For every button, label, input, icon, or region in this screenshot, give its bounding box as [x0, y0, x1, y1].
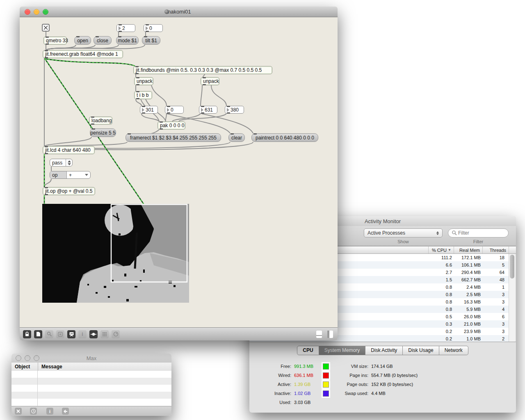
- console-column-headers: Object Message: [11, 363, 171, 371]
- new-object-icon[interactable]: [34, 330, 42, 338]
- am-tabs: CPUSystem MemoryDisk ActivityDisk UsageN…: [249, 346, 516, 355]
- tab-system-memory[interactable]: System Memory: [319, 346, 366, 355]
- clock-icon[interactable]: [30, 408, 37, 415]
- popup-stepper-icon: [436, 231, 439, 235]
- message-clear[interactable]: clear: [228, 133, 245, 142]
- object-loadbang[interactable]: loadbang: [89, 116, 112, 125]
- process-table-scrollbar[interactable]: [509, 254, 515, 342]
- memory-stat-row: Inactive:1.02 GB: [249, 389, 329, 398]
- scrollbar-thumb[interactable]: [510, 255, 514, 278]
- tab-network[interactable]: Network: [439, 346, 468, 355]
- system-stats-panel: CPUSystem MemoryDisk ActivityDisk UsageN…: [249, 342, 516, 413]
- column-header-message[interactable]: Message: [38, 363, 171, 371]
- patcher-toolbar: i: [20, 327, 338, 340]
- toggle-box[interactable]: [42, 24, 50, 32]
- number-box-x1[interactable]: 301: [140, 106, 158, 114]
- column-divider: [37, 371, 38, 406]
- filter-input[interactable]: [457, 230, 500, 236]
- object-jit-op[interactable]: jit.op @op + @val 0.5: [43, 187, 95, 195]
- info-icon[interactable]: i: [78, 330, 87, 338]
- back-arrow-icon[interactable]: [62, 408, 69, 415]
- memory-stat-row: Wired:636.1 MB: [249, 371, 329, 380]
- tab-disk-activity[interactable]: Disk Activity: [365, 346, 403, 355]
- column-header-cpu[interactable]: % CPU ▼: [428, 247, 454, 253]
- vm-stat-row: Swap used:4.4 MB: [326, 389, 418, 398]
- patcher-window: makomi01: [20, 7, 338, 340]
- message-framerect[interactable]: framerect $1 $2 $3 $4 255 255 255 255: [126, 133, 221, 142]
- dial-icon[interactable]: [112, 330, 120, 338]
- patcher-titlebar[interactable]: makomi01: [20, 7, 338, 17]
- memory-stat-row: Free:991.3 MB: [249, 362, 329, 371]
- info-icon[interactable]: i: [46, 408, 53, 415]
- am-memory-stats: Free:991.3 MBWired:636.1 MBActive:1.39 G…: [249, 362, 329, 407]
- split-view-icon[interactable]: [315, 330, 323, 338]
- column-header-object[interactable]: Object: [11, 364, 38, 370]
- op-menu[interactable]: op +: [50, 171, 91, 179]
- vm-stat-row: Page outs:152 KB (0 bytes/sec): [326, 380, 418, 389]
- clear-console-icon[interactable]: [15, 408, 22, 415]
- toggle-x-icon: [43, 25, 48, 30]
- number-box-mode[interactable]: 2: [116, 24, 135, 32]
- depth-video-preview[interactable]: [42, 204, 189, 303]
- object-unpack-1[interactable]: unpack: [134, 77, 153, 85]
- filter-label: Filter: [458, 239, 499, 244]
- object-jit-findbounds[interactable]: jit.findbounds @min 0.5. 0.3 0.3 0.3 @ma…: [133, 66, 272, 74]
- patcher-document-icon: [164, 9, 169, 14]
- object-unpack-2[interactable]: unpack: [201, 77, 219, 85]
- filter-search-field[interactable]: [448, 228, 509, 237]
- object-qmetro[interactable]: qmetro 33: [43, 37, 67, 45]
- object-jit-lcd[interactable]: jit.lcd 4 char 640 480: [43, 146, 95, 154]
- column-header-realmem[interactable]: Real Mem: [454, 247, 482, 253]
- menu-stepper-icon: [66, 159, 72, 166]
- pass-menu[interactable]: pass: [50, 159, 73, 167]
- memory-stat-row: Used:3.03 GB: [249, 398, 329, 407]
- stars-layer-2: [0, 0, 1, 1]
- max-console-window: Max Object Message i: [11, 354, 171, 416]
- console-toolbar: i: [11, 406, 171, 416]
- number-box-tilt[interactable]: 0: [144, 24, 163, 32]
- lock-icon[interactable]: [23, 330, 31, 338]
- search-icon: [452, 230, 457, 236]
- message-paintrect[interactable]: paintrect 0 0 640 480 0 0 0: [251, 133, 318, 142]
- sidebar-view-icon[interactable]: [326, 330, 334, 338]
- number-box-y2[interactable]: 380: [225, 106, 244, 114]
- message-mode[interactable]: mode $1: [116, 36, 139, 45]
- object-jit-freenect-grab[interactable]: jit.freenect.grab float64 @mode 1: [43, 50, 123, 58]
- console-message-area[interactable]: [11, 371, 171, 406]
- show-popup[interactable]: Active Processes: [364, 228, 443, 237]
- max-console-titlebar[interactable]: Max: [11, 354, 171, 363]
- tab-cpu[interactable]: CPU: [297, 346, 319, 355]
- dropdown-arrow-icon: [85, 174, 88, 176]
- presentation-icon[interactable]: [67, 330, 75, 338]
- am-vm-stats: VM size:174.14 GBPage ins:554.7 MB (0 by…: [326, 362, 418, 398]
- number-box-x2[interactable]: 631: [199, 106, 217, 114]
- patcher-title: makomi01: [20, 9, 338, 15]
- patchcord-icon[interactable]: [89, 330, 98, 338]
- show-label: Show: [383, 239, 424, 244]
- message-open[interactable]: open: [74, 36, 91, 45]
- vm-stat-row: VM size:174.14 GB: [326, 362, 418, 371]
- message-close[interactable]: close: [94, 36, 112, 45]
- object-trigger[interactable]: t i b b: [134, 91, 152, 99]
- message-tilt[interactable]: tilt $1: [142, 36, 160, 45]
- magnify-icon[interactable]: [45, 330, 53, 338]
- show-popup-value: Active Processes: [368, 230, 405, 236]
- column-header-threads[interactable]: Threads: [482, 247, 509, 253]
- xbox-icon[interactable]: [56, 330, 64, 338]
- grid-icon[interactable]: [100, 330, 109, 338]
- patcher-canvas[interactable]: 2 0 qmetro 33 open close mode $1 tilt $1…: [20, 17, 338, 327]
- number-box-y1[interactable]: 0: [165, 106, 184, 114]
- tab-disk-usage[interactable]: Disk Usage: [403, 346, 439, 355]
- message-pensize[interactable]: pensize 5 5: [90, 128, 116, 137]
- object-pak[interactable]: pak 0 0 0 0: [158, 121, 185, 130]
- memory-stat-row: Active:1.39 GB: [249, 380, 329, 389]
- max-console-title: Max: [11, 355, 171, 361]
- vm-stat-row: Page ins:554.7 MB (0 bytes/sec): [326, 371, 418, 380]
